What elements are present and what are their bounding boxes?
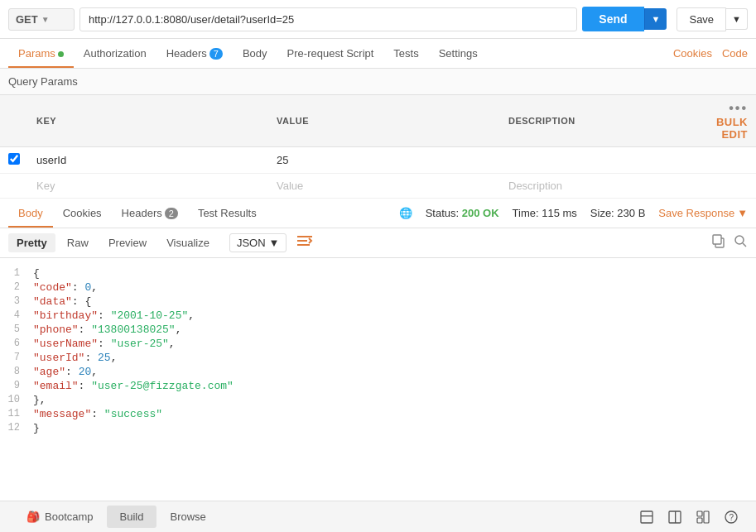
- send-button[interactable]: Send: [582, 7, 643, 31]
- help-icon[interactable]: ?: [720, 506, 743, 529]
- toolbar-right: [711, 234, 748, 252]
- svg-rect-10: [675, 511, 676, 523]
- tab-settings[interactable]: Settings: [429, 39, 488, 68]
- visualize-button[interactable]: Visualize: [158, 233, 218, 252]
- svg-rect-1: [297, 240, 307, 242]
- code-line: 6 "userName": "user-25",: [0, 337, 756, 351]
- bottom-bar: 🎒 Bootcamp Build Browse ?: [0, 501, 756, 532]
- bootcamp-icon: 🎒: [26, 510, 40, 523]
- svg-rect-0: [297, 236, 312, 237]
- search-icon[interactable]: [734, 234, 748, 252]
- code-line: 7 "userId": 25,: [0, 351, 756, 365]
- json-arrow: ▼: [269, 237, 280, 249]
- method-chevron: ▼: [41, 15, 50, 24]
- tab-response-cookies[interactable]: Cookies: [53, 199, 112, 228]
- code-line: 10 },: [0, 393, 756, 407]
- layout-icon-1[interactable]: [635, 506, 658, 529]
- value-placeholder: Value: [277, 180, 303, 192]
- send-arrow-button[interactable]: ▼: [644, 8, 667, 30]
- request-tabs-bar: Params Authorization Headers7 Body Pre-r…: [0, 39, 756, 69]
- svg-rect-11: [697, 511, 702, 516]
- send-btn-group: Send ▼: [582, 7, 667, 31]
- response-status: 🌐 Status: 200 OK Time: 115 ms Size: 230 …: [399, 207, 748, 219]
- code-line: 12}: [0, 421, 756, 435]
- raw-button[interactable]: Raw: [59, 233, 97, 252]
- preview-button[interactable]: Preview: [100, 233, 155, 252]
- row-value: 25: [277, 154, 288, 166]
- build-button[interactable]: Build: [107, 506, 157, 528]
- code-line: 9 "email": "user-25@fizzgate.com": [0, 379, 756, 393]
- tab-response-body[interactable]: Body: [8, 199, 53, 228]
- layout-icon-3[interactable]: [691, 506, 715, 529]
- cookies-link[interactable]: Cookies: [673, 47, 712, 60]
- row-checkbox[interactable]: [8, 153, 20, 165]
- code-link[interactable]: Code: [722, 47, 748, 60]
- tab-authorization[interactable]: Authorization: [74, 39, 156, 68]
- save-btn-group: Save ▼: [677, 7, 748, 31]
- tab-headers[interactable]: Headers7: [156, 39, 233, 68]
- tab-body[interactable]: Body: [233, 39, 277, 68]
- col-actions-header: ••• Bulk Edit: [690, 95, 756, 147]
- save-arrow-button[interactable]: ▼: [726, 8, 748, 30]
- status-value: 200 OK: [462, 207, 499, 219]
- pretty-button[interactable]: Pretty: [8, 233, 55, 252]
- svg-point-5: [735, 236, 744, 244]
- time-label: Time: 115 ms: [513, 207, 577, 219]
- desc-placeholder: Description: [508, 180, 562, 192]
- table-empty-row: Key Value Description: [0, 174, 756, 199]
- tab-response-headers[interactable]: Headers2: [112, 199, 188, 228]
- code-line: 3 "data": {: [0, 295, 756, 309]
- format-toolbar: Pretty Raw Preview Visualize JSON ▼: [0, 228, 756, 258]
- section-title: Query Params: [0, 69, 756, 95]
- headers-badge: 7: [209, 48, 223, 60]
- response-headers-badge: 2: [165, 208, 178, 219]
- bulk-edit-button[interactable]: Bulk Edit: [716, 116, 748, 141]
- globe-icon: 🌐: [399, 207, 412, 219]
- code-area: 1{2 "code": 0,3 "data": {4 "birthday": "…: [0, 258, 756, 448]
- svg-text:?: ?: [730, 513, 734, 522]
- response-tabs-bar: Body Cookies Headers2 Test Results 🌐 Sta…: [0, 199, 756, 228]
- svg-rect-4: [713, 235, 721, 244]
- json-format-select[interactable]: JSON ▼: [229, 233, 287, 252]
- layout-icon-2[interactable]: [663, 506, 686, 529]
- bootcamp-button[interactable]: 🎒 Bootcamp: [13, 506, 107, 528]
- tab-tests[interactable]: Tests: [383, 39, 428, 68]
- code-line: 4 "birthday": "2001-10-25",: [0, 309, 756, 323]
- url-input[interactable]: [79, 7, 577, 31]
- size-label: Size: 230 B: [590, 207, 646, 219]
- method-select[interactable]: GET ▼: [8, 8, 75, 31]
- row-key: userId: [36, 154, 66, 166]
- url-bar: GET ▼ Send ▼ Save ▼: [0, 0, 756, 39]
- method-label: GET: [16, 13, 38, 26]
- tab-params[interactable]: Params: [8, 39, 74, 68]
- col-desc-header: DESCRIPTION: [500, 95, 690, 147]
- copy-icon[interactable]: [711, 234, 725, 252]
- save-button[interactable]: Save: [677, 7, 726, 31]
- json-label: JSON: [237, 237, 266, 249]
- more-button[interactable]: •••: [729, 101, 748, 115]
- svg-line-6: [743, 243, 746, 247]
- tab-pre-request[interactable]: Pre-request Script: [277, 39, 384, 68]
- code-line: 2 "code": 0,: [0, 280, 756, 295]
- wrap-button[interactable]: [296, 233, 313, 252]
- size-value: 230 B: [617, 207, 645, 219]
- svg-rect-8: [641, 515, 652, 516]
- code-line: 1{: [0, 266, 756, 280]
- svg-rect-7: [641, 511, 652, 523]
- save-response-button[interactable]: Save Response ▼: [658, 207, 748, 219]
- svg-rect-2: [297, 244, 310, 246]
- code-line: 5 "phone": "13800138025",: [0, 323, 756, 337]
- tabs-right: Cookies Code: [673, 47, 748, 60]
- params-dot: [58, 51, 64, 57]
- key-placeholder: Key: [36, 180, 55, 192]
- table-row: userId 25: [0, 147, 756, 174]
- col-value-header: VALUE: [268, 95, 500, 147]
- bottom-icons: ?: [635, 506, 743, 529]
- svg-rect-12: [697, 518, 702, 523]
- tab-test-results[interactable]: Test Results: [188, 199, 267, 228]
- col-key-header: KEY: [28, 95, 268, 147]
- code-line: 11 "message": "success": [0, 407, 756, 421]
- code-line: 8 "age": 20,: [0, 365, 756, 379]
- browse-button[interactable]: Browse: [156, 506, 219, 528]
- code-wrapper: 1{2 "code": 0,3 "data": {4 "birthday": "…: [0, 258, 756, 448]
